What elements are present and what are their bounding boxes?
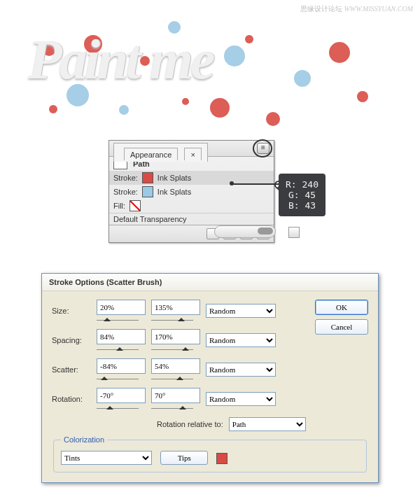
- artwork-canvas: 思缘设计论坛 WWW.MISSYUAN.COM Paint me: [0, 0, 420, 140]
- rotation-relative-select[interactable]: Path: [229, 417, 306, 431]
- appearance-fill-row[interactable]: Fill:: [109, 199, 274, 213]
- colorization-legend: Colorization: [61, 435, 107, 444]
- splat: [224, 46, 245, 66]
- color-b: B: 43: [286, 200, 318, 211]
- splat: [357, 91, 368, 102]
- colorization-method-select[interactable]: Tints: [61, 451, 152, 465]
- appearance-tab-label: Appearance: [124, 148, 178, 160]
- row-type-label: Stroke:: [113, 188, 138, 196]
- rotation-min-input[interactable]: [97, 388, 146, 403]
- panel-menu-icon[interactable]: ≡: [257, 143, 270, 154]
- spacing-mode-select[interactable]: Random: [206, 333, 276, 347]
- size-max-input[interactable]: [151, 300, 200, 315]
- size-label: Size:: [52, 307, 91, 315]
- scatter-max-slider[interactable]: [151, 374, 193, 381]
- none-swatch-icon[interactable]: [130, 200, 141, 211]
- artwork-text: Paint me: [28, 29, 213, 90]
- scatter-max-input[interactable]: [151, 358, 200, 374]
- splat: [49, 105, 57, 113]
- splat: [329, 42, 350, 63]
- scatter-min-input[interactable]: [97, 358, 146, 374]
- size-mode-select[interactable]: Random: [206, 304, 276, 318]
- splat: [266, 112, 280, 126]
- watermark-url: WWW.MISSYUAN.COM: [344, 5, 413, 13]
- row-type-label: Fill:: [113, 202, 125, 210]
- scatter-label: Scatter:: [52, 365, 91, 374]
- rotation-min-slider[interactable]: [97, 403, 139, 410]
- brush-name: Ink Splats: [158, 174, 191, 182]
- spacing-max-slider[interactable]: [151, 344, 193, 351]
- cancel-button[interactable]: Cancel: [315, 319, 368, 335]
- size-max-slider[interactable]: [151, 315, 193, 322]
- spacing-min-slider[interactable]: [97, 344, 139, 351]
- appearance-transparency-row[interactable]: Default Transparency: [109, 213, 274, 225]
- brush-name: Ink Splats: [158, 188, 191, 196]
- rotation-max-input[interactable]: [151, 388, 200, 403]
- appearance-tab[interactable]: Appearance ×: [113, 143, 208, 162]
- row-type-label: Stroke:: [113, 174, 138, 182]
- rotation-row: Rotation: Random: [52, 388, 368, 410]
- appearance-stroke-row[interactable]: Stroke: Ink Splats: [109, 185, 274, 199]
- link-icon[interactable]: [288, 227, 300, 238]
- color-tooltip: R: 240 G: 45 B: 43: [279, 174, 326, 216]
- splat: [245, 35, 253, 43]
- splat: [119, 105, 129, 115]
- appearance-panel: Appearance × ≡ Path Stroke: Ink Splats S…: [108, 140, 274, 243]
- watermark-site: 思缘设计论坛: [300, 5, 342, 13]
- stroke-options-dialog: Stroke Options (Scatter Brush) OK Cancel…: [41, 273, 379, 483]
- appearance-tab-bar: Appearance × ≡: [109, 141, 274, 157]
- rotation-label: Rotation:: [52, 395, 91, 403]
- colorization-fieldset: Colorization Tints Tips: [53, 435, 367, 472]
- watermark: 思缘设计论坛 WWW.MISSYUAN.COM: [300, 4, 413, 14]
- callout-line: [232, 183, 279, 185]
- rotation-relative-label: Rotation relative to:: [157, 420, 223, 428]
- splat: [294, 70, 311, 87]
- spacing-max-input[interactable]: [151, 329, 200, 344]
- color-g: G: 45: [286, 190, 318, 200]
- opacity-slider[interactable]: [214, 225, 276, 238]
- splat: [182, 98, 189, 105]
- scatter-row: Scatter: Random: [52, 358, 368, 381]
- rotation-relative-row: Rotation relative to: Path: [157, 417, 368, 431]
- scatter-min-slider[interactable]: [97, 374, 139, 381]
- size-min-slider[interactable]: [97, 315, 139, 322]
- rotation-max-slider[interactable]: [151, 403, 193, 410]
- dialog-titlebar[interactable]: Stroke Options (Scatter Brush): [42, 274, 378, 291]
- swatch-icon[interactable]: [142, 172, 153, 183]
- size-min-input[interactable]: [97, 300, 146, 315]
- key-color-swatch[interactable]: [216, 453, 227, 464]
- ok-button[interactable]: OK: [315, 300, 368, 315]
- artwork-text-wrap: Paint me: [28, 28, 213, 92]
- dialog-title: Stroke Options (Scatter Brush): [49, 278, 162, 286]
- close-icon[interactable]: ×: [184, 148, 201, 160]
- swatch-icon[interactable]: [142, 186, 153, 197]
- transparency-label: Default Transparency: [113, 215, 187, 223]
- spacing-min-input[interactable]: [97, 329, 146, 344]
- rotation-mode-select[interactable]: Random: [206, 392, 276, 406]
- color-r: R: 240: [286, 179, 318, 190]
- splat: [210, 98, 230, 118]
- scatter-mode-select[interactable]: Random: [206, 363, 276, 377]
- spacing-label: Spacing:: [52, 336, 91, 344]
- appearance-stroke-row[interactable]: Stroke: Ink Splats: [109, 171, 274, 185]
- tips-button[interactable]: Tips: [160, 451, 208, 465]
